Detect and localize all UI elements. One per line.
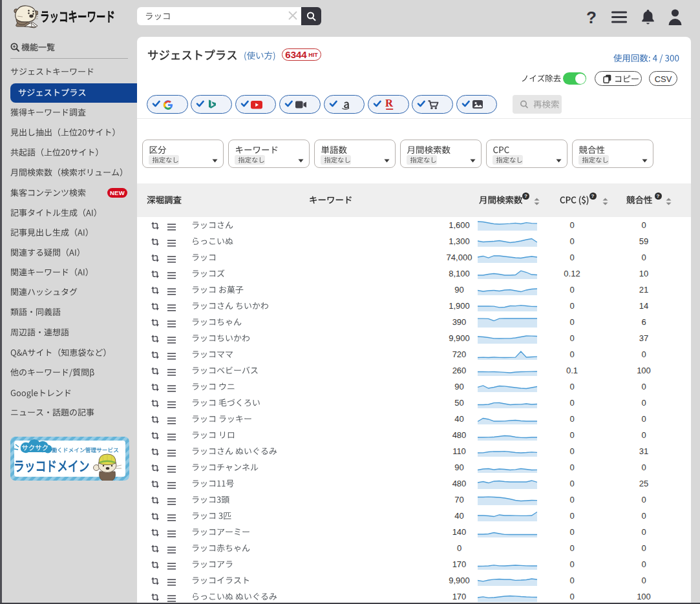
svg-text:R: R bbox=[385, 97, 394, 109]
